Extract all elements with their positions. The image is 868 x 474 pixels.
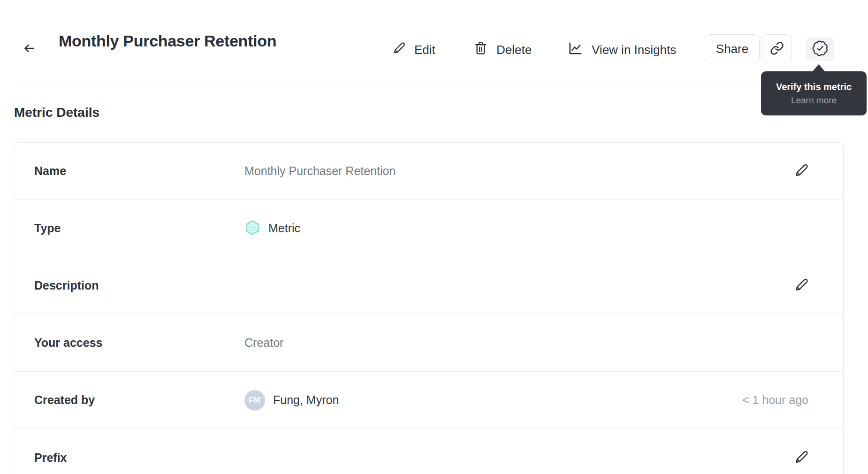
pencil-icon xyxy=(793,277,809,294)
row-label-description: Description xyxy=(34,279,244,292)
back-button[interactable] xyxy=(19,38,39,59)
detail-row-type: Type Metric xyxy=(14,200,843,257)
type-value: Metric xyxy=(268,222,300,235)
row-label-access: Your access xyxy=(34,336,244,350)
learn-more-link[interactable]: Learn more xyxy=(791,95,837,106)
copy-link-button[interactable] xyxy=(761,34,792,63)
arrow-left-icon xyxy=(21,40,37,58)
view-in-insights-button[interactable]: View in Insights xyxy=(567,39,676,60)
page-title: Monthly Purchaser Retention xyxy=(59,32,276,50)
created-timestamp: < 1 hour ago xyxy=(742,393,808,407)
delete-label: Delete xyxy=(496,43,532,57)
row-label-type: Type xyxy=(34,222,244,235)
verify-metric-button[interactable] xyxy=(806,37,834,61)
edit-label: Edit xyxy=(414,43,435,57)
share-label: Share xyxy=(716,42,748,56)
tooltip-title: Verify this metric xyxy=(776,82,852,92)
pencil-icon xyxy=(793,449,809,466)
verify-tooltip: Verify this metric Learn more xyxy=(761,71,867,115)
avatar: FM xyxy=(244,390,265,411)
detail-row-access: Your access Creator xyxy=(14,314,843,372)
section-heading: Metric Details xyxy=(14,105,99,120)
link-icon xyxy=(770,41,784,57)
view-in-insights-label: View in Insights xyxy=(592,43,676,57)
metric-details-page: Monthly Purchaser Retention Edit Delete xyxy=(0,0,868,474)
edit-name-button[interactable] xyxy=(792,162,810,180)
delete-button[interactable]: Delete xyxy=(473,39,532,60)
trash-icon xyxy=(473,40,488,59)
metric-hexagon-icon xyxy=(244,220,260,237)
row-label-name: Name xyxy=(34,164,244,178)
name-value: Monthly Purchaser Retention xyxy=(244,164,396,178)
detail-row-description: Description xyxy=(14,257,843,314)
detail-row-prefix: Prefix xyxy=(14,429,843,474)
header-divider xyxy=(13,86,855,86)
edit-prefix-button[interactable] xyxy=(792,449,810,466)
edit-description-button[interactable] xyxy=(792,277,810,295)
line-chart-icon xyxy=(567,40,584,60)
created-by-value: Fung, Myron xyxy=(273,393,339,407)
row-label-prefix: Prefix xyxy=(34,451,244,465)
share-button[interactable]: Share xyxy=(705,34,760,63)
detail-row-created-by: Created by FM Fung, Myron < 1 hour ago xyxy=(14,372,843,429)
detail-row-name: Name Monthly Purchaser Retention xyxy=(14,143,843,200)
metric-details-card: Name Monthly Purchaser Retention Type xyxy=(14,142,844,474)
pencil-icon xyxy=(392,41,406,59)
edit-button[interactable]: Edit xyxy=(392,39,435,60)
pencil-icon xyxy=(793,162,809,180)
row-label-created-by: Created by xyxy=(34,393,244,407)
access-value: Creator xyxy=(244,336,283,350)
header: Monthly Purchaser Retention Edit Delete xyxy=(0,0,868,86)
tooltip-arrow xyxy=(812,64,825,72)
verified-badge-icon xyxy=(812,40,829,58)
